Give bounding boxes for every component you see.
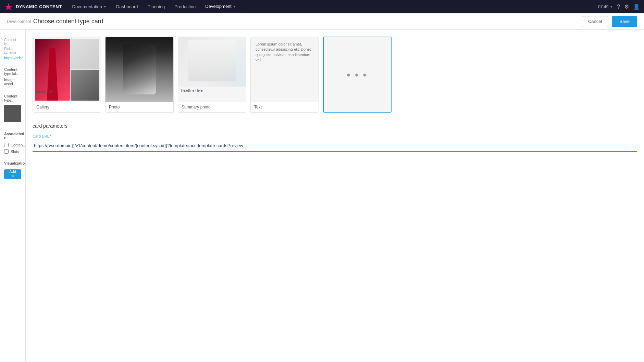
card-parameters: card parameters Card URL* xyxy=(26,116,644,159)
card-custom-label: Custom xyxy=(324,112,391,113)
help-icon[interactable]: ? xyxy=(617,4,620,10)
save-button[interactable]: Save xyxy=(612,16,637,27)
card-gallery-preview: Headline Here xyxy=(33,37,101,102)
card-url-input[interactable] xyxy=(33,140,637,152)
breadcrumb-title: Choose content type card xyxy=(33,18,103,25)
card-gallery-label: Gallery xyxy=(33,102,101,112)
settings-icon[interactable]: ⚙ xyxy=(624,3,629,10)
sidebar-content-type-section: Content type lab... Image accel... xyxy=(0,63,25,89)
checkbox-content-input[interactable] xyxy=(4,143,9,147)
content-area: Headline Here Gallery Photo xyxy=(26,30,644,362)
nav-documentation[interactable]: Documentation ▼ xyxy=(67,0,111,13)
card-photo-label: Photo xyxy=(106,102,173,112)
card-custom[interactable]: ● ● ● Custom xyxy=(323,37,392,113)
sidebar-content-type-label: Content ty... xyxy=(4,38,21,46)
svg-marker-0 xyxy=(5,3,12,10)
topbar-time: 07:49 ▼ xyxy=(598,4,613,9)
top-nav: Documentation ▼ Dashboard Planning Produ… xyxy=(67,0,598,13)
checkbox-slots-input[interactable] xyxy=(4,149,9,154)
card-params-title: card parameters xyxy=(33,123,637,129)
main-layout: Content ty... Pick a schema https://sche… xyxy=(0,30,644,362)
sidebar-content-type-other: Content type... xyxy=(4,94,21,102)
sidebar-content-type-other: Content type... xyxy=(0,89,25,125)
card-summary-photo[interactable]: Headline Here Summary photo xyxy=(178,37,246,113)
header-bar: Development Choose content type card Can… xyxy=(0,13,644,30)
nav-dashboard[interactable]: Dashboard xyxy=(111,0,143,13)
sidebar-schema-value: https://sche... xyxy=(4,56,21,60)
card-text-content: Lorem ipsum dolor sit amet, consectetur … xyxy=(251,37,319,68)
logo-text: DYNAMIC CONTENT xyxy=(16,4,62,9)
sidebar-thumbnail xyxy=(4,105,21,122)
custom-dots-icon: ● ● ● xyxy=(347,71,368,79)
sidebar-schema-pick-label: Pick a schema xyxy=(4,47,21,54)
documentation-dropdown-arrow: ▼ xyxy=(103,5,107,9)
card-gallery[interactable]: Headline Here Gallery xyxy=(33,37,101,113)
card-photo-preview xyxy=(106,37,173,102)
logo[interactable]: DYNAMIC CONTENT xyxy=(4,2,62,11)
nav-planning[interactable]: Planning xyxy=(143,0,170,13)
user-icon[interactable]: 👤 xyxy=(633,3,640,10)
card-summary-photo-preview: Headline Here xyxy=(178,37,246,102)
header-actions: Cancel Save xyxy=(582,16,637,27)
sidebar-vis-label: Visualizatio... xyxy=(4,161,21,165)
card-text-label: Text xyxy=(251,102,319,112)
sidebar-image-label: Image accel... xyxy=(4,78,21,86)
required-indicator: * xyxy=(50,134,51,138)
sidebar-associated-label: Associated r... xyxy=(4,132,21,140)
card-text[interactable]: Lorem ipsum dolor sit amet, consectetur … xyxy=(250,37,319,113)
topbar: DYNAMIC CONTENT Documentation ▼ Dashboar… xyxy=(0,0,644,13)
cancel-button[interactable]: Cancel xyxy=(582,16,608,27)
card-summary-photo-label: Summary photo xyxy=(178,102,246,112)
sidebar-checkbox-slots[interactable]: Slots xyxy=(4,149,21,154)
card-photo[interactable]: Photo xyxy=(105,37,174,113)
sidebar-associated: Associated r... Conten... Slots xyxy=(0,129,25,158)
card-url-field: Card URL* xyxy=(33,134,637,152)
topbar-right: 07:49 ▼ ? ⚙ 👤 xyxy=(598,3,640,10)
time-dropdown-icon[interactable]: ▼ xyxy=(610,5,613,9)
logo-icon xyxy=(4,2,13,11)
sidebar-checkbox-content[interactable]: Conten... xyxy=(4,143,21,147)
breadcrumb: Development xyxy=(7,19,31,24)
cards-container: Headline Here Gallery Photo xyxy=(26,30,644,116)
sidebar-content-type: Content ty... Pick a schema https://sche… xyxy=(0,35,25,63)
nav-development[interactable]: Development ▼ xyxy=(200,0,241,13)
development-dropdown-arrow: ▼ xyxy=(233,5,236,8)
sidebar-visualization: Visualizatio... Add a vis... xyxy=(0,158,25,182)
card-text-preview: Lorem ipsum dolor sit amet, consectetur … xyxy=(251,37,319,102)
sidebar: Content ty... Pick a schema https://sche… xyxy=(0,30,26,362)
nav-production[interactable]: Production xyxy=(170,0,200,13)
sidebar-content-type-label-field: Content type lab... xyxy=(4,67,21,76)
card-url-label: Card URL* xyxy=(33,134,637,138)
card-custom-preview: ● ● ● xyxy=(324,37,391,112)
add-visualization-button[interactable]: Add a vis... xyxy=(4,169,21,179)
